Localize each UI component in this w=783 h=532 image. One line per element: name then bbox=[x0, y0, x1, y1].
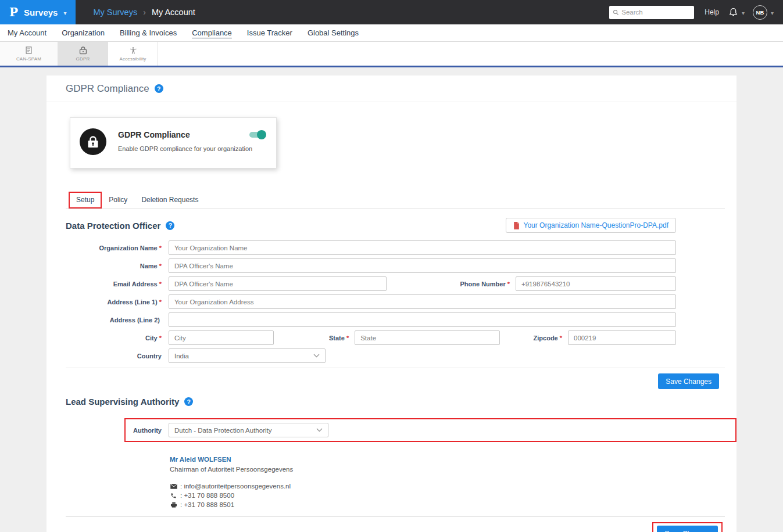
search-box[interactable] bbox=[609, 6, 694, 19]
authority-select[interactable]: Dutch - Data Protection Authority bbox=[169, 423, 328, 437]
state-input[interactable] bbox=[355, 330, 500, 345]
authority-select-value: Dutch - Data Protection Authority bbox=[174, 427, 271, 434]
can-spam-doc-icon bbox=[24, 46, 33, 55]
help-icon[interactable] bbox=[184, 397, 193, 406]
nav-billing-invoices[interactable]: Billing & Invoices bbox=[112, 28, 184, 37]
questionpro-logo: P bbox=[9, 5, 18, 19]
compliance-section-tabs: CAN-SPAM GDPR Accessibility bbox=[0, 42, 783, 67]
nav-my-account[interactable]: My Account bbox=[0, 28, 54, 37]
envelope-icon bbox=[170, 484, 177, 489]
tab-gdpr[interactable]: GDPR bbox=[58, 42, 108, 66]
state-label: State* bbox=[329, 335, 355, 342]
gdpr-card-subtitle: Enable GDPR compliance for your organiza… bbox=[118, 145, 252, 152]
authority-contact-card: Mr Aleid WOLFSEN Chairman of Autoriteit … bbox=[47, 456, 736, 508]
dpo-heading: Data Protection Officer bbox=[66, 221, 160, 231]
country-select[interactable]: India bbox=[169, 348, 326, 363]
gdpr-lock-icon bbox=[79, 46, 87, 55]
page-title: GDPR Compliance bbox=[66, 83, 149, 95]
address-line2-input[interactable] bbox=[169, 312, 676, 327]
tab-policy[interactable]: Policy bbox=[102, 192, 134, 209]
country-select-value: India bbox=[174, 353, 189, 360]
address-line1-input[interactable] bbox=[169, 294, 676, 309]
phone-number-input[interactable] bbox=[516, 276, 676, 291]
authority-contact-role: Chairman of Autoriteit Persoonsgegevens bbox=[170, 466, 736, 473]
nav-organization[interactable]: Organization bbox=[54, 28, 112, 37]
authority-contact-fax: : +31 70 888 8501 bbox=[170, 501, 736, 508]
email-address-label: Email Address* bbox=[66, 281, 169, 287]
account-settings-nav: My Account Organization Billing & Invoic… bbox=[0, 24, 783, 42]
dpa-pdf-button[interactable]: Your Organization Name-QuestionPro-DPA.p… bbox=[506, 218, 676, 233]
chevron-down-icon[interactable] bbox=[742, 7, 745, 17]
tab-can-spam[interactable]: CAN-SPAM bbox=[0, 42, 58, 66]
dpo-name-label: Name* bbox=[66, 263, 169, 269]
lsa-heading: Lead Supervising Authority bbox=[66, 397, 179, 407]
chevron-down-icon bbox=[316, 428, 323, 432]
address-line1-label: Address (Line 1)* bbox=[66, 299, 169, 305]
nav-global-settings[interactable]: Global Settings bbox=[300, 28, 366, 37]
zipcode-input[interactable] bbox=[568, 330, 676, 345]
product-name: Surveys bbox=[24, 8, 58, 17]
search-input[interactable] bbox=[621, 9, 691, 16]
tab-label: GDPR bbox=[76, 56, 90, 62]
main-content: GDPR Compliance GDPR Compliance Enable G… bbox=[0, 67, 783, 532]
tab-deletion-requests[interactable]: Deletion Requests bbox=[134, 192, 205, 209]
phone-icon bbox=[170, 493, 177, 499]
chevron-down-icon[interactable] bbox=[771, 7, 774, 17]
lock-icon bbox=[80, 128, 106, 155]
tab-label: CAN-SPAM bbox=[16, 56, 41, 62]
city-input[interactable] bbox=[169, 330, 274, 345]
page-title-row: GDPR Compliance bbox=[47, 76, 736, 102]
authority-phone-text: : +31 70 888 8500 bbox=[180, 492, 234, 499]
authority-fax-text: : +31 70 888 8501 bbox=[180, 501, 234, 508]
address-line2-label: Address (Line 2) bbox=[66, 317, 169, 323]
bottom-divider bbox=[66, 516, 725, 517]
gdpr-compliance-panel: GDPR Compliance GDPR Compliance Enable G… bbox=[47, 76, 736, 532]
city-label: City* bbox=[66, 335, 169, 342]
dpo-name-input[interactable] bbox=[169, 258, 676, 273]
tab-label: Accessibility bbox=[119, 56, 146, 62]
gdpr-card-text: GDPR Compliance Enable GDPR compliance f… bbox=[118, 128, 252, 155]
dpo-save-changes-button[interactable]: Save Changes bbox=[658, 373, 719, 389]
country-label: Country bbox=[66, 353, 169, 360]
authority-contact-phone: : +31 70 888 8500 bbox=[170, 492, 736, 499]
authority-contact-email: : info@autoriteitpersoonsgegevens.nl bbox=[170, 483, 736, 490]
organization-name-input[interactable] bbox=[169, 240, 676, 255]
surveys-app-menu[interactable]: P Surveys bbox=[0, 0, 76, 24]
topbar-actions: Help NB bbox=[609, 5, 783, 20]
tab-accessibility[interactable]: Accessibility bbox=[108, 42, 158, 66]
nav-issue-tracker[interactable]: Issue Tracker bbox=[239, 28, 300, 37]
zipcode-label: Zipcode* bbox=[534, 335, 568, 342]
section-divider bbox=[66, 368, 725, 368]
tab-setup[interactable]: Setup bbox=[70, 193, 101, 207]
authority-label: Authority bbox=[126, 427, 169, 434]
dpo-form: Organization Name* Name* Email Address* … bbox=[47, 240, 736, 363]
authority-contact-name: Mr Aleid WOLFSEN bbox=[170, 456, 736, 463]
annotation-authority: Authority Dutch - Data Protection Author… bbox=[124, 418, 736, 442]
help-icon[interactable] bbox=[155, 84, 163, 93]
annotation-save-changes: Save Changes bbox=[652, 522, 723, 532]
email-address-input[interactable] bbox=[169, 276, 387, 291]
organization-name-label: Organization Name* bbox=[66, 245, 169, 251]
nav-compliance[interactable]: Compliance bbox=[184, 28, 239, 37]
dpa-pdf-label: Your Organization Name-QuestionPro-DPA.p… bbox=[524, 221, 668, 229]
notifications-bell-icon[interactable] bbox=[728, 7, 738, 17]
authority-email-text: : info@autoriteitpersoonsgegevens.nl bbox=[180, 483, 291, 490]
accessibility-icon bbox=[129, 46, 137, 55]
fax-icon bbox=[170, 502, 177, 508]
dpo-section-head: Data Protection Officer Your Organizatio… bbox=[47, 218, 736, 233]
breadcrumb-my-account: My Account bbox=[152, 8, 195, 17]
gdpr-enable-toggle[interactable] bbox=[249, 132, 264, 138]
chevron-down-icon bbox=[63, 7, 66, 17]
phone-number-label: Phone Number* bbox=[460, 281, 516, 287]
authority-row: Authority Dutch - Data Protection Author… bbox=[66, 418, 736, 442]
help-icon[interactable] bbox=[166, 221, 174, 230]
lsa-save-changes-button[interactable]: Save Changes bbox=[657, 526, 718, 532]
avatar[interactable]: NB bbox=[753, 5, 767, 20]
breadcrumb-separator-icon bbox=[143, 7, 146, 17]
breadcrumb-my-surveys[interactable]: My Surveys bbox=[93, 8, 137, 17]
search-icon bbox=[613, 9, 619, 16]
help-link[interactable]: Help bbox=[705, 8, 719, 16]
pdf-icon bbox=[513, 222, 520, 229]
topbar: P Surveys My Surveys My Account Help NB bbox=[0, 0, 783, 24]
setup-tabs: Setup Policy Deletion Requests bbox=[66, 192, 725, 209]
